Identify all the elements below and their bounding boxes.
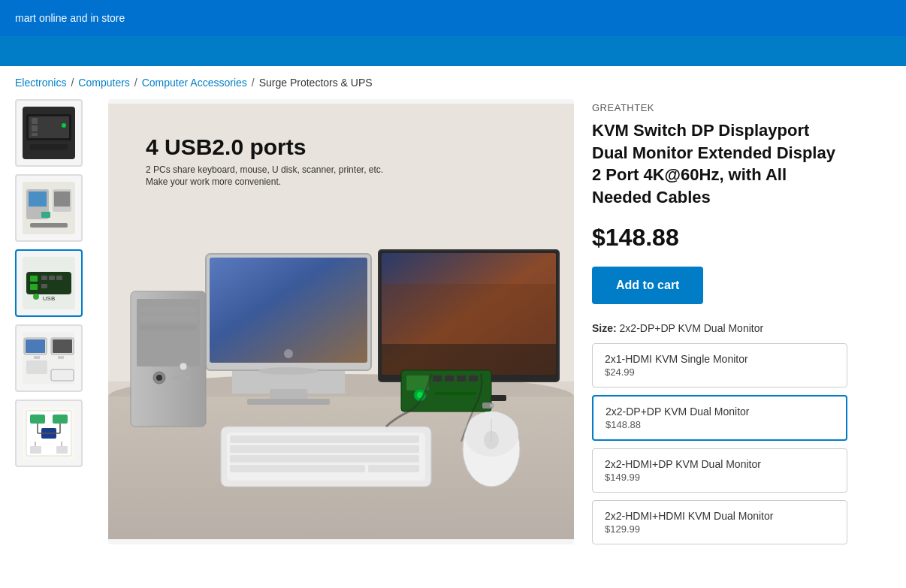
svg-rect-19 [49,276,55,280]
svg-rect-60 [270,389,307,400]
svg-rect-43 [30,446,41,454]
svg-rect-7 [32,133,38,136]
size-options-list: 2x1-HDMI KVM Single Monitor $24.99 2x2-D… [592,343,847,544]
size-option-0[interactable]: 2x1-HDMI KVM Single Monitor $24.99 [592,343,847,387]
size-option-price-0: $24.99 [605,366,835,378]
product-info-panel: GREATHTEK KVM Switch DP Displayport Dual… [592,99,847,544]
svg-rect-75 [382,284,556,344]
svg-rect-71 [172,375,190,380]
svg-point-70 [156,375,162,381]
svg-rect-87 [435,392,476,395]
size-option-name-2: 2x2-HDMI+DP KVM Dual Monitor [605,458,835,470]
add-to-cart-button[interactable]: Add to cart [592,267,703,304]
svg-rect-14 [41,212,50,218]
svg-rect-11 [30,223,68,228]
product-title: KVM Switch DP Displayport Dual Monitor E… [592,119,847,209]
size-option-name-3: 2x2-HDMI+HDMI KVM Dual Monitor [605,510,835,522]
sub-bar [0,36,906,66]
svg-rect-17 [30,276,38,282]
thumbnail-1[interactable] [15,99,83,167]
svg-rect-68 [140,324,197,330]
svg-rect-21 [30,284,38,290]
svg-rect-82 [445,375,454,381]
breadcrumb-sep-1: / [71,77,74,89]
svg-rect-22 [41,284,47,288]
svg-rect-61 [247,399,330,405]
breadcrumb-computers[interactable]: Computers [78,77,129,89]
svg-rect-33 [51,369,74,381]
svg-text:USB: USB [43,295,55,302]
svg-point-100 [484,431,499,449]
svg-rect-30 [34,356,40,359]
svg-rect-93 [230,445,419,453]
svg-rect-96 [368,465,419,472]
size-option-price-3: $129.99 [605,523,835,535]
svg-rect-13 [54,191,70,207]
svg-rect-36 [30,415,45,424]
svg-rect-12 [29,191,47,207]
svg-rect-67 [140,315,197,321]
svg-rect-57 [210,258,367,363]
svg-text:2 PCs share keyboard, mouse, U: 2 PCs share keyboard, mouse, U disk, sca… [146,164,383,175]
svg-text:4 USB2.0 ports: 4 USB2.0 ports [146,134,306,159]
svg-rect-94 [230,455,419,463]
size-label-text: Size: [592,322,617,334]
svg-point-23 [33,294,39,300]
breadcrumb-electronics[interactable]: Electronics [15,77,66,89]
breadcrumb: Electronics / Computers / Computer Acces… [0,66,906,99]
size-option-name-0: 2x1-HDMI KVM Single Monitor [605,353,835,365]
svg-rect-6 [32,125,38,131]
svg-point-59 [258,367,319,375]
main-product-image: 4 USB2.0 ports 2 PCs share keyboard, mou… [108,99,574,544]
size-option-name-1: 2x2-DP+DP KVM Dual Monitor [606,406,834,418]
svg-rect-81 [433,375,442,381]
size-option-3[interactable]: 2x2-HDMI+HDMI KVM Dual Monitor $129.99 [592,500,847,544]
top-bar-text: mart online and in store [15,12,125,24]
svg-point-4 [62,123,66,128]
size-option-price-1: $148.88 [606,419,834,430]
product-price: $148.88 [592,224,847,252]
svg-rect-66 [140,306,197,312]
svg-text:Make your work more convenient: Make your work more convenient. [146,176,281,187]
svg-rect-83 [457,375,466,381]
thumbnail-4[interactable] [15,324,83,392]
top-bar: mart online and in store [0,0,906,36]
svg-rect-27 [26,339,45,353]
product-layout: USB [0,99,906,574]
svg-rect-31 [58,356,64,359]
svg-rect-20 [56,276,62,280]
svg-rect-32 [26,360,47,374]
svg-rect-18 [41,276,47,280]
breadcrumb-sep-3: / [252,77,255,89]
svg-rect-95 [230,465,365,472]
svg-rect-84 [469,375,478,381]
svg-rect-89 [490,404,494,407]
thumbnail-2[interactable] [15,174,83,242]
svg-rect-37 [53,415,68,424]
product-brand: GREATHTEK [592,102,847,113]
image-overlay: 4 USB2.0 ports 2 PCs share keyboard, mou… [108,104,574,539]
size-option-price-2: $149.99 [605,472,835,483]
size-label: Size: 2x2-DP+DP KVM Dual Monitor [592,322,847,334]
breadcrumb-sep-2: / [134,77,137,89]
svg-rect-92 [230,436,419,443]
svg-point-62 [284,349,293,358]
size-value-text: 2x2-DP+DP KVM Dual Monitor [620,322,764,334]
thumbnail-list: USB [15,99,90,544]
thumbnail-5[interactable] [15,400,83,467]
breadcrumb-current: Surge Protectors & UPS [259,77,373,89]
svg-point-72 [180,363,187,370]
size-option-2[interactable]: 2x2-HDMI+DP KVM Dual Monitor $149.99 [592,448,847,493]
svg-rect-29 [53,339,72,353]
svg-rect-16 [26,272,71,294]
svg-rect-3 [30,144,68,150]
breadcrumb-computer-accessories[interactable]: Computer Accessories [142,77,247,89]
thumbnail-3[interactable]: USB [15,249,83,317]
size-option-1[interactable]: 2x2-DP+DP KVM Dual Monitor $148.88 [592,395,847,441]
svg-rect-5 [32,118,38,124]
svg-rect-44 [56,446,68,454]
